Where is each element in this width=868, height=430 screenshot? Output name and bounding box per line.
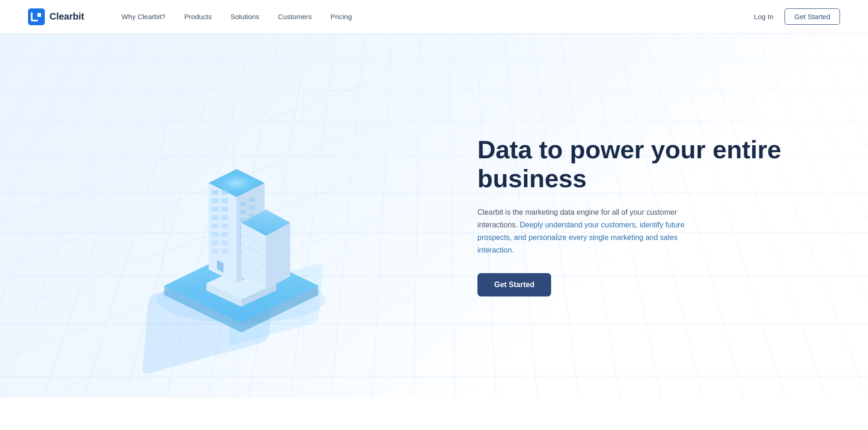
svg-rect-14 [212, 190, 218, 195]
svg-rect-31 [249, 197, 255, 202]
svg-rect-30 [240, 202, 246, 206]
svg-rect-26 [212, 240, 218, 245]
svg-rect-1 [37, 13, 41, 17]
logo-text: Clearbit [49, 11, 84, 22]
hero-title: Data to power your entire business [477, 135, 831, 193]
nav-link-customers[interactable]: Customers [278, 13, 312, 21]
svg-rect-33 [249, 205, 255, 210]
clearbit-logo-icon [28, 8, 45, 25]
svg-rect-25 [221, 232, 228, 237]
svg-rect-27 [221, 240, 228, 245]
navbar: Clearbit Why Clearbit? Products Solution… [0, 0, 868, 34]
nav-links: Why Clearbit? Products Solutions Custome… [121, 13, 352, 21]
svg-rect-16 [212, 198, 218, 203]
svg-rect-19 [221, 207, 228, 211]
svg-rect-32 [240, 210, 246, 214]
isometric-scene [118, 104, 360, 346]
nav-link-solutions[interactable]: Solutions [231, 13, 259, 21]
get-started-hero-button[interactable]: Get Started [477, 273, 551, 296]
get-started-nav-button[interactable]: Get Started [784, 8, 840, 25]
svg-rect-21 [221, 215, 228, 220]
svg-rect-18 [212, 207, 218, 211]
svg-rect-22 [212, 224, 218, 228]
hero-section: Data to power your entire business Clear… [0, 34, 868, 398]
nav-link-pricing[interactable]: Pricing [330, 13, 352, 21]
nav-link-products[interactable]: Products [184, 13, 212, 21]
logo-link[interactable]: Clearbit [28, 8, 84, 25]
hero-description: Clearbit is the marketing data engine fo… [477, 206, 711, 257]
svg-rect-20 [212, 215, 218, 220]
nav-actions: Log In Get Started [754, 8, 840, 25]
svg-rect-28 [212, 249, 218, 254]
svg-rect-29 [221, 249, 228, 254]
svg-rect-24 [212, 232, 218, 237]
svg-rect-23 [221, 224, 228, 228]
below-section: Data done differently [0, 398, 868, 430]
hero-illustration [0, 52, 477, 379]
svg-rect-0 [28, 8, 45, 25]
hero-content: Data to power your entire business Clear… [477, 98, 868, 334]
login-button[interactable]: Log In [754, 13, 774, 21]
nav-link-why-clearbit[interactable]: Why Clearbit? [121, 13, 165, 21]
svg-rect-15 [221, 190, 228, 195]
svg-rect-17 [221, 198, 228, 203]
